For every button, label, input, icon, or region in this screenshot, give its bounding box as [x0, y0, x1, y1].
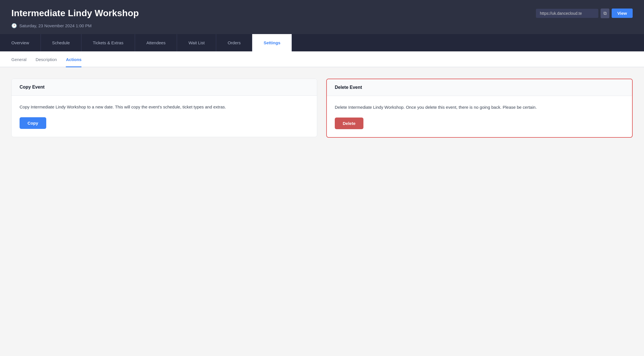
subtab-general[interactable]: General [11, 57, 26, 67]
copy-card-header: Copy Event [12, 79, 317, 96]
copy-card-description: Copy Intermediate Lindy Workshop to a ne… [20, 104, 309, 110]
tab-orders[interactable]: Orders [216, 34, 252, 51]
tab-wait-list[interactable]: Wait List [177, 34, 216, 51]
page-header: Intermediate Lindy Workshop https://uk.d… [0, 0, 644, 34]
date-text: Saturday, 23 November 2024 1:00 PM [19, 23, 92, 28]
delete-button[interactable]: Delete [335, 118, 363, 129]
sub-nav: General Description Actions [0, 51, 644, 67]
clock-icon: 🕐 [11, 23, 17, 28]
copy-icon: ⧉ [603, 11, 607, 16]
copy-event-card: Copy Event Copy Intermediate Lindy Works… [11, 79, 317, 137]
main-content: Copy Event Copy Intermediate Lindy Works… [0, 67, 644, 344]
event-date: 🕐 Saturday, 23 November 2024 1:00 PM [11, 23, 633, 28]
url-bar: https://uk.dancecloud.te ⧉ View [536, 9, 633, 18]
delete-card-header: Delete Event [327, 79, 632, 96]
tab-attendees[interactable]: Attendees [135, 34, 177, 51]
subtab-description[interactable]: Description [35, 57, 57, 67]
view-button[interactable]: View [612, 9, 633, 18]
main-nav: Overview Schedule Tickets & Extras Atten… [0, 34, 644, 51]
copy-card-title: Copy Event [20, 85, 45, 89]
cards-container: Copy Event Copy Intermediate Lindy Works… [11, 79, 633, 138]
header-top-row: Intermediate Lindy Workshop https://uk.d… [11, 8, 633, 18]
copy-card-body: Copy Intermediate Lindy Workshop to a ne… [12, 96, 317, 137]
copy-button[interactable]: Copy [20, 117, 46, 129]
tab-settings[interactable]: Settings [252, 34, 292, 51]
tab-schedule[interactable]: Schedule [41, 34, 82, 51]
subtab-actions[interactable]: Actions [66, 57, 81, 67]
delete-card-description: Delete Intermediate Lindy Workshop. Once… [335, 104, 624, 111]
url-display: https://uk.dancecloud.te [536, 9, 598, 18]
copy-url-button[interactable]: ⧉ [601, 9, 609, 18]
delete-card-title: Delete Event [335, 85, 362, 90]
tab-tickets-extras[interactable]: Tickets & Extras [81, 34, 135, 51]
delete-card-body: Delete Intermediate Lindy Workshop. Once… [327, 96, 632, 137]
page-title: Intermediate Lindy Workshop [11, 8, 139, 18]
delete-event-card: Delete Event Delete Intermediate Lindy W… [326, 79, 633, 138]
tab-overview[interactable]: Overview [0, 34, 41, 51]
